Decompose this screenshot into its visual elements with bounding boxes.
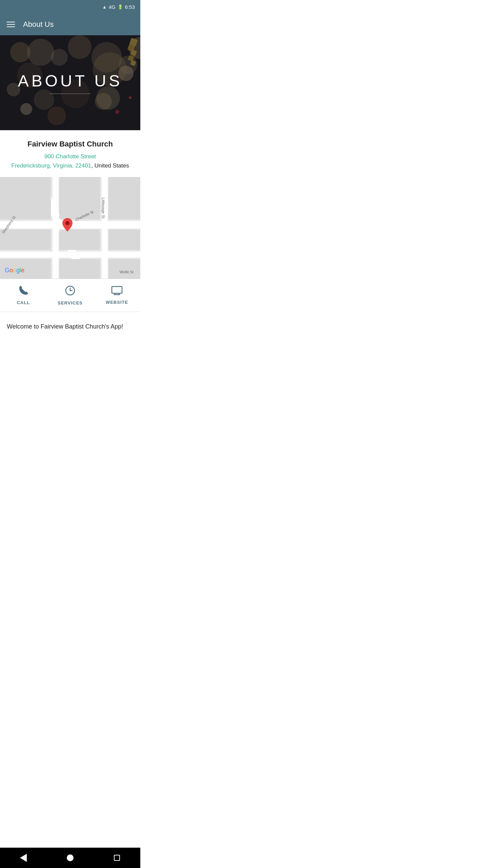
google-logo: Google xyxy=(5,267,24,274)
call-label: CALL xyxy=(17,300,30,305)
services-label: SERVICES xyxy=(58,300,83,305)
hero-banner: ABOUT US xyxy=(0,35,140,130)
monitor-icon xyxy=(111,286,123,297)
time-label: 6:53 xyxy=(125,4,135,10)
littlepage-st-label: Littlepage St xyxy=(101,198,105,218)
svg-point-4 xyxy=(70,290,71,291)
action-buttons-row: CALL SERVICES WEBSITE xyxy=(0,279,140,312)
wolfe-st-label: Wolfe St xyxy=(120,270,134,274)
address-line1[interactable]: 900 Charlotte Street xyxy=(7,152,134,161)
hero-title: ABOUT US xyxy=(18,72,123,90)
call-button[interactable]: CALL xyxy=(0,279,47,312)
status-bar: ▲ 4G 🔋 6:53 xyxy=(0,0,140,14)
phone-icon xyxy=(18,285,28,297)
battery-icon: 🔋 xyxy=(118,4,123,9)
hero-title-container: ABOUT US xyxy=(18,72,123,94)
website-button[interactable]: WEBSITE xyxy=(94,279,140,312)
svg-rect-5 xyxy=(112,287,122,293)
church-info-section: Fairview Baptist Church 900 Charlotte St… xyxy=(0,130,140,177)
address-line2[interactable]: Fredericksburg, Virginia, 22401 xyxy=(11,162,91,169)
address-country: , United States xyxy=(91,162,129,169)
clock-icon xyxy=(65,285,76,298)
hero-divider xyxy=(50,94,90,94)
map-background: Charlotte St Shepherd St Littlepage St W… xyxy=(0,177,140,279)
website-label: WEBSITE xyxy=(106,300,128,305)
welcome-section: Welcome to Fairview Baptist Church's App… xyxy=(0,312,140,341)
svg-point-0 xyxy=(65,221,69,225)
app-bar: About Us xyxy=(0,14,140,35)
signal-icon: ▲ xyxy=(102,4,107,9)
menu-button[interactable] xyxy=(7,22,15,27)
map-pin xyxy=(62,218,73,233)
church-name: Fairview Baptist Church xyxy=(7,140,134,149)
page-title: About Us xyxy=(23,20,54,29)
services-button[interactable]: SERVICES xyxy=(47,279,94,312)
welcome-text: Welcome to Fairview Baptist Church's App… xyxy=(7,322,134,331)
map-section[interactable]: Charlotte St Shepherd St Littlepage St W… xyxy=(0,177,140,279)
signal-label: 4G xyxy=(109,4,116,10)
